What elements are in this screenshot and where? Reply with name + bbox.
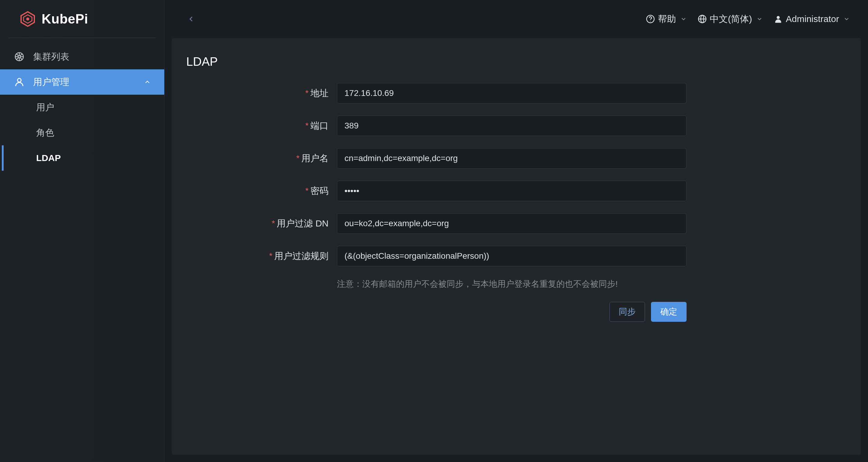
logo-area: KubePi [8,0,156,38]
form-row-username: * 用户名 [186,148,687,169]
form-control [337,148,687,169]
sidebar-item-ldap[interactable]: LDAP [2,145,164,171]
form-row-address: * 地址 [186,83,687,104]
sidebar-item-label: 用户 [36,101,54,114]
svg-line-11 [20,54,22,56]
sidebar-item-label: LDAP [36,153,61,163]
sidebar: KubePi [0,0,164,462]
sidebar-item-label: 集群列表 [33,51,69,63]
svg-point-13 [18,79,21,82]
person-icon [774,15,783,24]
filter-dn-input[interactable] [337,213,687,234]
sync-button[interactable]: 同步 [610,302,645,322]
svg-point-4 [18,56,21,58]
app-root: KubePi [0,0,868,462]
content-panel: LDAP * 地址 * 端口 [172,38,861,455]
globe-icon [698,15,707,24]
filter-rule-input[interactable] [337,246,687,266]
form-control [337,181,687,201]
svg-point-15 [650,21,651,21]
required-marker: * [269,251,273,261]
helm-wheel-icon [13,51,25,63]
svg-line-12 [16,58,19,60]
form-control [337,246,687,266]
label-text: 地址 [310,87,329,99]
help-label: 帮助 [658,13,676,25]
address-label: * 地址 [186,87,337,99]
brand-name: KubePi [41,11,88,27]
language-label: 中文(简体) [710,13,752,25]
svg-line-9 [16,54,19,56]
required-marker: * [305,88,309,98]
confirm-button[interactable]: 确定 [651,302,687,322]
chevron-down-icon [680,16,687,22]
main-area: 帮助 中文(简体) [164,0,868,462]
form-control [337,115,687,136]
form-row-filter-dn: * 用户过滤 DN [186,213,687,234]
back-button[interactable] [183,10,199,27]
required-marker: * [305,121,309,131]
form-control [337,213,687,234]
svg-point-2 [26,18,29,21]
user-menu[interactable]: Administrator [774,14,850,24]
language-menu[interactable]: 中文(简体) [698,13,763,25]
sidebar-submenu: 用户 角色 LDAP [0,95,164,171]
sidebar-item-users[interactable]: 用户 [2,95,164,120]
form-actions: 同步 确定 [337,302,687,322]
port-label: * 端口 [186,120,337,132]
user-icon [13,76,25,88]
sidebar-item-clusters[interactable]: 集群列表 [0,44,164,69]
label-text: 用户过滤 DN [277,218,329,230]
topbar-right: 帮助 中文(简体) [646,13,856,25]
user-label: Administrator [786,14,839,24]
page-title: LDAP [186,55,846,68]
topbar: 帮助 中文(简体) [164,0,868,38]
sidebar-item-label: 角色 [36,127,54,139]
help-icon [646,15,655,24]
username-input[interactable] [337,148,687,169]
required-marker: * [296,153,300,163]
password-label: * 密码 [186,185,337,197]
form-note-row: 注意：没有邮箱的用户不会被同步，与本地用户登录名重复的也不会被同步! [186,278,687,290]
port-input[interactable] [337,115,687,136]
filter-dn-label: * 用户过滤 DN [186,218,337,230]
chevron-up-icon [144,79,151,86]
sidebar-item-label: 用户管理 [33,76,69,88]
label-text: 端口 [310,120,329,132]
label-text: 用户名 [301,152,329,165]
chevron-down-icon [756,16,763,22]
required-marker: * [272,219,275,228]
form-note: 注意：没有邮箱的用户不会被同步，与本地用户登录名重复的也不会被同步! [337,278,618,290]
ldap-form: * 地址 * 端口 [186,83,687,322]
sidebar-nav: 集群列表 用户管理 用户 [0,38,164,462]
sidebar-item-user-management[interactable]: 用户管理 [0,69,164,95]
help-menu[interactable]: 帮助 [646,13,687,25]
sidebar-item-roles[interactable]: 角色 [2,120,164,145]
form-control [337,83,687,104]
username-label: * 用户名 [186,152,337,165]
label-text: 密码 [310,185,329,197]
form-row-password: * 密码 [186,181,687,201]
chevron-down-icon [843,16,850,22]
svg-point-19 [777,16,780,19]
chevron-left-icon [187,15,195,23]
svg-line-10 [20,58,22,60]
form-row-filter-rule: * 用户过滤规则 [186,246,687,266]
form-row-port: * 端口 [186,115,687,136]
label-text: 用户过滤规则 [274,250,329,262]
kubepi-logo-icon [19,10,36,27]
address-input[interactable] [337,83,687,104]
required-marker: * [305,186,309,196]
filter-rule-label: * 用户过滤规则 [186,250,337,262]
password-input[interactable] [337,181,687,201]
